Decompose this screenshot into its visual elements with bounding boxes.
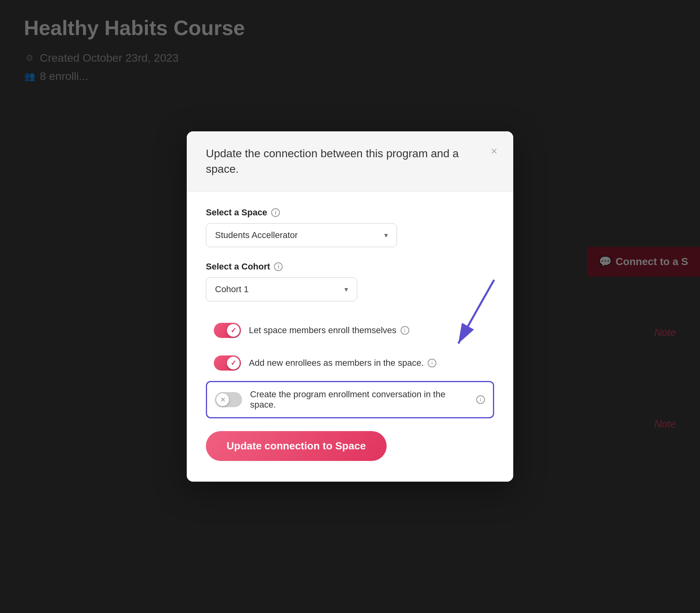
check-icon: ✓ [231, 326, 237, 335]
cohort-chevron-down-icon: ▾ [344, 285, 348, 294]
toggle-conversation-switch[interactable]: ✕ [215, 392, 242, 407]
toggle-enroll-switch[interactable]: ✓ [214, 323, 241, 338]
toggle-conversation-info-icon[interactable]: i [476, 395, 485, 404]
space-dropdown[interactable]: Students Accellerator ▾ [206, 223, 397, 247]
toggle-conversation-knob: ✕ [216, 393, 229, 406]
modal-overlay: Update the connection between this progr… [0, 0, 700, 613]
toggle-enroll-label: Let space members enroll themselves i [249, 325, 409, 336]
modal-dialog: Update the connection between this progr… [187, 131, 513, 482]
toggle-enroll-knob: ✓ [227, 324, 240, 337]
x-icon: ✕ [220, 396, 225, 404]
toggle-enroll-info-icon[interactable]: i [401, 326, 409, 335]
select-space-info-icon[interactable]: i [271, 208, 280, 217]
cohort-dropdown[interactable]: Cohort 1 ▾ [206, 277, 357, 301]
select-cohort-section: Select a Cohort i Cohort 1 ▾ [206, 262, 494, 301]
check-icon-2: ✓ [231, 359, 237, 367]
toggle-add-members-row: ✓ Add new enrollees as members in the sp… [206, 348, 494, 378]
toggle-add-members-info-icon[interactable]: i [428, 359, 436, 367]
toggle-add-members-switch[interactable]: ✓ [214, 355, 241, 371]
select-space-section: Select a Space i Students Accellerator ▾ [206, 207, 494, 247]
select-cohort-info-icon[interactable]: i [274, 262, 283, 271]
update-connection-button[interactable]: Update connection to Space [206, 431, 387, 461]
modal-close-button[interactable]: × [488, 144, 501, 158]
select-cohort-label: Select a Cohort i [206, 262, 494, 272]
toggle-conversation-label: Create the program enrollment conversati… [250, 389, 485, 410]
toggle-enroll-row: ✓ Let space members enroll themselves i [206, 316, 494, 345]
chevron-down-icon: ▾ [384, 231, 388, 240]
toggle-add-members-label: Add new enrollees as members in the spac… [249, 358, 436, 368]
modal-body: Select a Space i Students Accellerator ▾… [187, 191, 513, 482]
toggle-add-members-knob: ✓ [227, 357, 240, 369]
modal-title: Update the connection between this progr… [206, 146, 494, 177]
select-space-label: Select a Space i [206, 207, 494, 218]
modal-header: Update the connection between this progr… [187, 131, 513, 191]
toggle-conversation-row: ✕ Create the program enrollment conversa… [206, 381, 494, 418]
toggles-section: ✓ Let space members enroll themselves i … [206, 316, 494, 418]
